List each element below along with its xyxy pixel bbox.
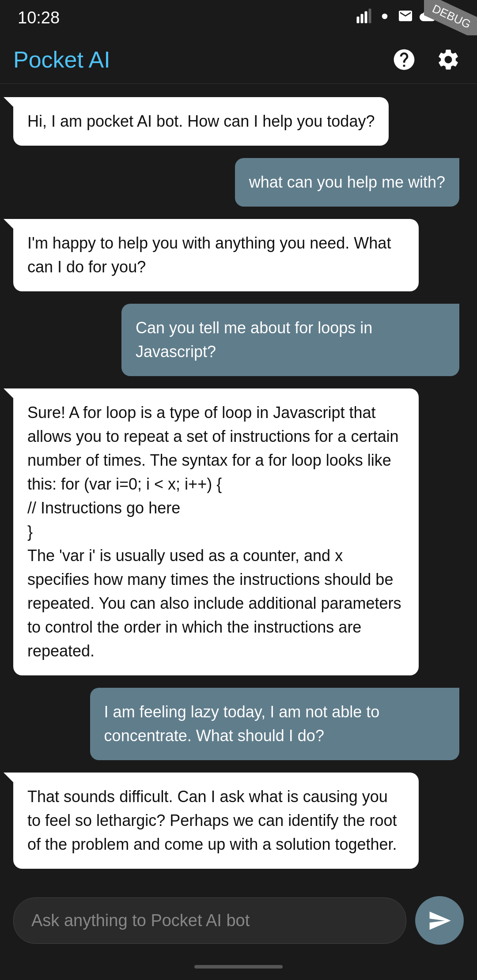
nav-bar — [0, 954, 477, 980]
settings-icon — [436, 47, 461, 72]
app-title: Pocket AI — [13, 46, 389, 73]
user-message-3: I am feeling lazy today, I am not able t… — [90, 688, 459, 760]
input-area — [0, 887, 477, 954]
user-message-1: what can you help me with? — [235, 158, 459, 207]
bot-message-1: Hi, I am pocket AI bot. How can I help y… — [13, 97, 389, 146]
status-time: 10:28 — [18, 8, 60, 27]
svg-rect-2 — [365, 11, 367, 23]
svg-rect-3 — [369, 9, 371, 23]
svg-rect-0 — [357, 17, 360, 23]
mail-icon — [398, 8, 413, 27]
chat-area: Hi, I am pocket AI bot. How can I help y… — [0, 84, 477, 892]
user-message-2: Can you tell me about for loops in Javas… — [121, 304, 459, 376]
signal-icon — [356, 8, 372, 27]
send-icon — [428, 908, 452, 933]
nav-indicator — [194, 965, 283, 969]
help-icon — [392, 47, 416, 72]
user-message-3-text: I am feeling lazy today, I am not able t… — [104, 703, 380, 745]
status-bar: 10:28 — [0, 0, 477, 35]
user-message-2-text: Can you tell me about for loops in Javas… — [136, 319, 372, 361]
bot-message-3-text: Sure! A for loop is a type of loop in Ja… — [27, 403, 401, 660]
svg-point-4 — [382, 13, 388, 19]
notification-icon — [378, 9, 391, 26]
debug-badge: DEBUG — [424, 0, 477, 35]
settings-button[interactable] — [433, 44, 464, 75]
bot-message-3: Sure! A for loop is a type of loop in Ja… — [13, 388, 419, 675]
debug-label: DEBUG — [424, 0, 477, 35]
send-button[interactable] — [415, 896, 464, 945]
header-actions — [389, 44, 464, 75]
bot-message-2-text: I'm happy to help you with anything you … — [27, 234, 391, 276]
bot-message-4: That sounds difficult. Can I ask what is… — [13, 773, 419, 869]
svg-rect-1 — [361, 14, 363, 23]
bot-message-1-text: Hi, I am pocket AI bot. How can I help y… — [27, 112, 375, 130]
header: Pocket AI — [0, 35, 477, 84]
bot-message-2: I'm happy to help you with anything you … — [13, 219, 419, 291]
user-message-1-text: what can you help me with? — [249, 173, 445, 191]
help-button[interactable] — [389, 44, 420, 75]
message-input[interactable] — [13, 897, 406, 944]
bot-message-4-text: That sounds difficult. Can I ask what is… — [27, 788, 397, 853]
